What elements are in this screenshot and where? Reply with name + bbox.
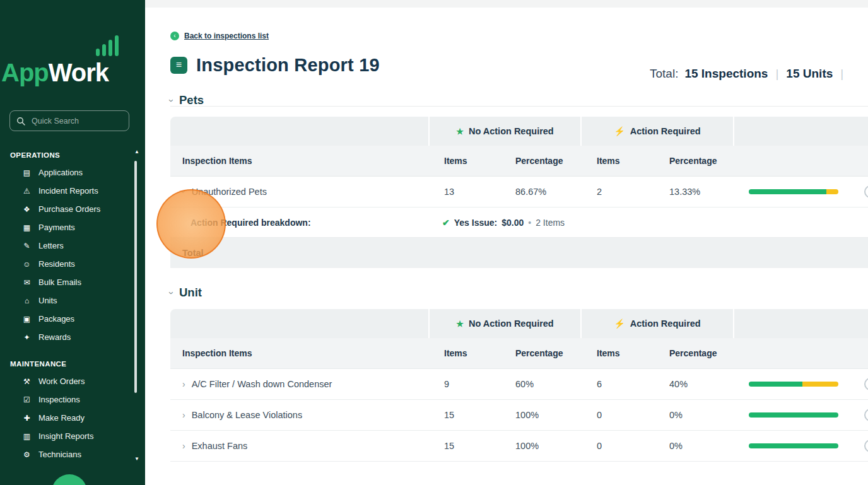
row-a-pct: 40% xyxy=(656,379,733,389)
table-row-unauthorized-pets[interactable]: › Unauthorized Pets 13 86.67% 2 13.33% xyxy=(170,177,868,207)
group-header-label: No Action Required xyxy=(469,126,554,136)
sidebar-item-letters[interactable]: ✎Letters xyxy=(0,237,145,255)
group-header-row: ★ No Action Required ⚡ Action Required xyxy=(170,117,868,146)
chevron-down-icon[interactable]: › xyxy=(179,190,189,194)
unit-section-toggle[interactable]: › Unit xyxy=(170,285,868,300)
row-name: Unauthorized Pets xyxy=(192,187,267,197)
back-arrow-icon: ‹ xyxy=(170,32,179,40)
header-divider xyxy=(170,106,868,107)
page-title: Inspection Report 19 xyxy=(196,55,380,76)
col-percentage: Percentage xyxy=(504,156,580,166)
row-a-items: 2 xyxy=(580,187,656,197)
star-icon: ★ xyxy=(456,319,464,329)
edge-badge xyxy=(864,378,868,390)
sidebar-item-applications[interactable]: ▤Applications xyxy=(0,163,145,182)
progress-bar xyxy=(749,443,838,448)
quick-search xyxy=(9,110,129,131)
nav-item-label: Payments xyxy=(38,223,75,232)
group-header-rest xyxy=(733,309,868,338)
sidebar-scrollbar[interactable] xyxy=(134,161,137,393)
row-a-pct: 0% xyxy=(656,410,733,420)
logo-text-app: App xyxy=(1,59,49,86)
row-name: A/C Filter / Wash down Condenser xyxy=(192,379,332,389)
back-to-inspections-link[interactable]: ‹ Back to inspections list xyxy=(170,32,269,40)
work-orders-icon: ⚒ xyxy=(22,377,32,386)
group-header-no-action: ★ No Action Required xyxy=(428,309,580,338)
row-a-items: 6 xyxy=(580,379,656,389)
sidebar-item-payments[interactable]: ▦Payments xyxy=(0,218,145,237)
nav-section-maintenance: MAINTENANCE xyxy=(0,355,145,372)
inspections-icon: ☑ xyxy=(22,395,32,404)
row-na-pct: 100% xyxy=(504,441,580,451)
breakdown-count: 2 Items xyxy=(536,218,565,228)
total-row-label: Total xyxy=(182,248,204,258)
sidebar-item-work-orders[interactable]: ⚒Work Orders xyxy=(0,372,145,390)
sidebar-item-residents[interactable]: ☺Residents xyxy=(0,255,145,273)
sidebar-item-purchase-orders[interactable]: ❖Purchase Orders xyxy=(0,200,145,218)
edge-badge xyxy=(864,440,868,452)
col-items: Items xyxy=(428,348,504,358)
report-content: › Pets ★ No Action Required ⚡ Action Req… xyxy=(145,93,868,462)
progress-bar xyxy=(749,382,838,387)
payments-icon: ▦ xyxy=(22,223,32,232)
sidebar-item-insight-reports[interactable]: ▥Insight Reports xyxy=(0,427,145,445)
nav-item-label: Applications xyxy=(38,168,83,177)
bolt-icon: ⚡ xyxy=(614,318,625,329)
main-content: ‹ Back to inspections list ≡ Inspection … xyxy=(145,0,868,485)
packages-icon: ▣ xyxy=(22,315,32,324)
scroll-up-icon[interactable]: ▲ xyxy=(134,149,139,155)
app-root: AppWork OPERATIONS ▤Applications ⚠Incide… xyxy=(0,0,868,485)
sidebar-item-technicians[interactable]: ⚙Technicians xyxy=(0,445,145,464)
row-name: Balcony & Lease Violations xyxy=(192,410,302,420)
star-icon: ★ xyxy=(456,127,464,136)
group-header-label: No Action Required xyxy=(469,318,554,329)
chevron-right-icon[interactable]: › xyxy=(182,441,185,451)
row-na-items: 15 xyxy=(428,410,504,420)
table-row-exhaust-fans[interactable]: › Exhaust Fans 15 100% 0 0% xyxy=(170,431,868,462)
top-strip xyxy=(145,0,868,8)
breakdown-label: Action Required breakdown: xyxy=(170,218,428,228)
nav-section-operations: OPERATIONS xyxy=(0,146,145,163)
sidebar-item-incident-reports[interactable]: ⚠Incident Reports xyxy=(0,182,145,200)
breakdown-amount: $0.00 xyxy=(501,218,524,228)
breakdown-content: ✔ Yes Issue: $0.00 • 2 Items xyxy=(428,218,565,228)
sidebar-item-make-ready[interactable]: ✚Make Ready xyxy=(0,409,145,427)
row-progress xyxy=(733,177,868,207)
col-percentage: Percentage xyxy=(504,348,580,358)
chat-fab-button[interactable] xyxy=(52,474,87,485)
search-icon xyxy=(16,117,25,126)
check-icon: ✔ xyxy=(442,218,450,228)
edge-badge xyxy=(864,409,868,421)
chevron-right-icon[interactable]: › xyxy=(182,379,185,389)
table-row-ac-filter[interactable]: › A/C Filter / Wash down Condenser 9 60%… xyxy=(170,369,868,400)
total-row: Total xyxy=(170,238,868,268)
sidebar-item-rewards[interactable]: ✦Rewards xyxy=(0,328,145,346)
nav-item-label: Technicians xyxy=(38,450,81,459)
chevron-down-icon: › xyxy=(167,291,177,295)
col-inspection-items: Inspection Items xyxy=(170,348,428,358)
rewards-icon: ✦ xyxy=(22,333,32,342)
sidebar-item-units[interactable]: ⌂Units xyxy=(0,291,145,310)
breakdown-row: Action Required breakdown: ✔ Yes Issue: … xyxy=(170,207,868,238)
scroll-down-icon[interactable]: ▼ xyxy=(134,457,139,462)
sidebar-item-packages[interactable]: ▣Packages xyxy=(0,310,145,328)
column-header-row: Inspection Items Items Percentage Items … xyxy=(170,146,868,177)
units-icon: ⌂ xyxy=(22,296,32,305)
row-na-pct: 86.67% xyxy=(504,187,580,197)
search-input[interactable] xyxy=(30,116,134,126)
chevron-right-icon[interactable]: › xyxy=(182,410,185,420)
group-header-rest xyxy=(733,117,868,146)
sidebar-item-bulk-emails[interactable]: ✉Bulk Emails xyxy=(0,273,145,291)
row-a-pct: 0% xyxy=(656,441,733,451)
total-inspections: 15 Inspections xyxy=(684,67,768,81)
sidebar-item-inspections[interactable]: ☑Inspections xyxy=(0,390,145,409)
group-header-label: Action Required xyxy=(630,318,701,329)
nav-item-label: Rewards xyxy=(38,332,71,342)
sidebar-nav: OPERATIONS ▤Applications ⚠Incident Repor… xyxy=(0,146,145,464)
sidebar: AppWork OPERATIONS ▤Applications ⚠Incide… xyxy=(0,0,145,485)
table-row-balcony[interactable]: › Balcony & Lease Violations 15 100% 0 0… xyxy=(170,400,868,431)
nav-item-label: Units xyxy=(38,296,57,305)
group-header-spacer xyxy=(170,117,428,146)
row-na-pct: 100% xyxy=(504,410,580,420)
logo-text: AppWork xyxy=(1,59,108,87)
